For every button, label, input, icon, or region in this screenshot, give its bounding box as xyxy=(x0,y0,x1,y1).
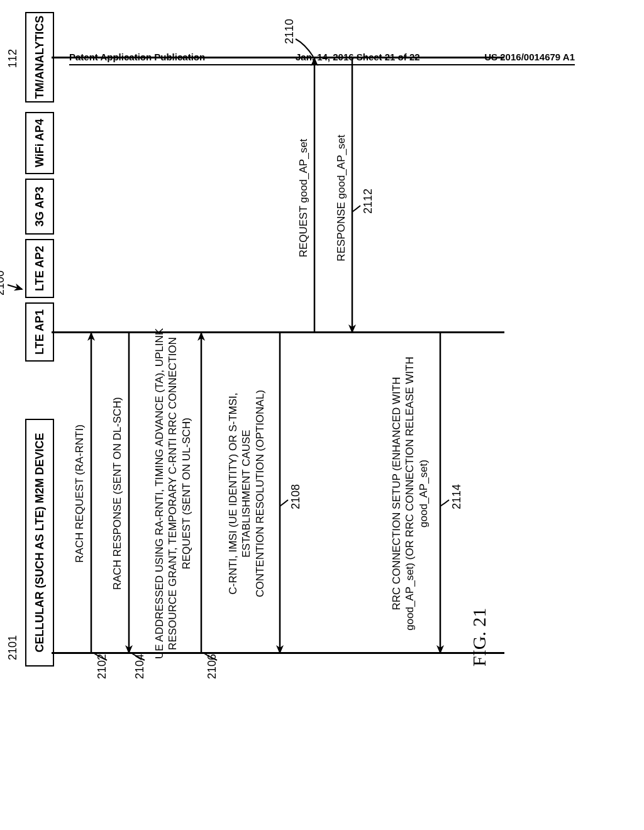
header-rule xyxy=(69,64,575,65)
diagram-tag-2100: 2100 xyxy=(0,264,7,302)
msg-2104-tag: 2104 xyxy=(133,648,147,685)
svg-line-0 xyxy=(8,285,22,289)
entity-tm-label: TM/ANALYTICS xyxy=(33,16,47,99)
msg-2102-tag: 2102 xyxy=(96,648,109,685)
lifeline-tm xyxy=(52,57,504,59)
entity-tm: TM/ANALYTICS xyxy=(25,12,54,102)
entity-m2m-tag: 2101 xyxy=(6,629,19,667)
sequence-diagram: 2100 CELLULAR (SUCH AS LTE) M2M DEVICE 2… xyxy=(25,151,629,641)
msg-2106-tag: 2106 xyxy=(206,648,219,685)
msg-2110-tag: 2110 xyxy=(283,13,296,50)
entity-tm-tag: 112 xyxy=(6,40,19,77)
lifeline-m2m xyxy=(52,653,504,655)
figure-caption: FIG. 21 xyxy=(469,608,490,667)
hook-2114 xyxy=(25,151,629,641)
